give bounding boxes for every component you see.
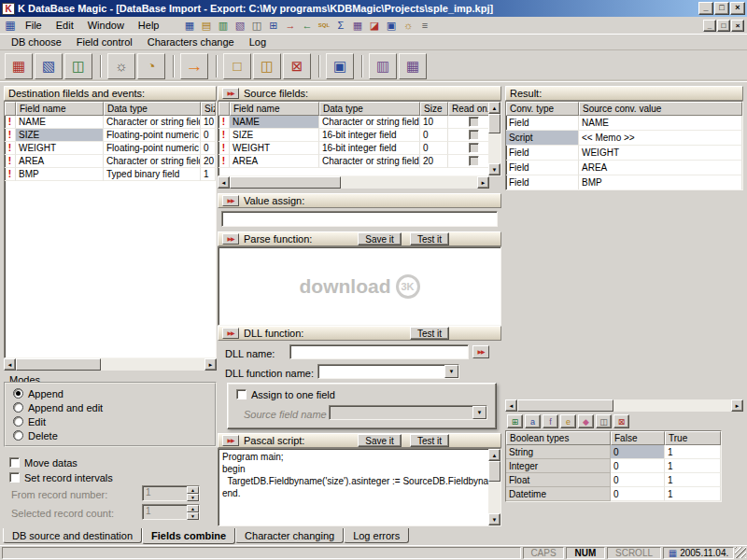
scroll-left-icon[interactable]: ◄ <box>505 399 517 412</box>
db-source-icon[interactable]: ▧ <box>35 53 63 79</box>
table-row[interactable]: String 0 1 <box>506 445 721 459</box>
pascal-test-button[interactable]: Test it <box>410 434 449 447</box>
run-arrow-icon[interactable]: → <box>180 53 208 79</box>
read-only-checkbox[interactable] <box>469 130 479 140</box>
table-row[interactable]: Field AREA <box>506 161 742 175</box>
pascal-vertical-scrollbar[interactable]: ▲ ▼ <box>488 449 500 525</box>
destination-grid[interactable]: Field name Data type Size ! NAME Charact… <box>4 101 217 358</box>
sql-icon[interactable]: SQL <box>316 19 331 33</box>
restore-button[interactable]: □ <box>714 2 729 15</box>
table-row[interactable]: ! AREA Character or string field 20 <box>218 155 500 168</box>
scrollbar-thumb[interactable] <box>488 114 500 133</box>
print-icon[interactable]: ⊞ <box>265 19 281 33</box>
scroll-up-icon[interactable]: ▲ <box>488 102 500 114</box>
tab-log-errors[interactable]: Log errors <box>344 528 409 543</box>
expand-dll-icon[interactable]: ▶▶ <box>222 328 239 339</box>
text-field-icon[interactable]: a <box>525 414 541 428</box>
spin-down-icon[interactable]: ▼ <box>187 494 199 501</box>
read-only-checkbox[interactable] <box>469 143 479 153</box>
read-only-checkbox[interactable] <box>469 156 479 166</box>
doc-open-icon[interactable]: ◫ <box>253 53 281 79</box>
mdi-close-button[interactable]: × <box>731 20 744 32</box>
scrollbar-thumb[interactable] <box>517 399 613 412</box>
table-row[interactable]: ! AREA Character or string field 20 <box>5 155 216 168</box>
close-button[interactable]: × <box>730 2 745 15</box>
table-row[interactable]: Float 0 1 <box>506 473 721 487</box>
field-tools-icon[interactable]: ☼ <box>107 53 135 79</box>
table-row[interactable]: Datetime 0 1 <box>506 487 721 501</box>
timer-icon[interactable]: ◔ <box>137 53 165 79</box>
tools-icon[interactable]: ☼ <box>400 19 416 33</box>
expression-field-icon[interactable]: e <box>560 414 576 428</box>
parse-function-memo[interactable]: download 3K <box>218 246 501 326</box>
window-grid-icon[interactable]: ▦ <box>399 53 427 79</box>
parse-save-button[interactable]: Save it <box>358 232 402 245</box>
checkbox-set-record-intervals[interactable]: Set record intervals <box>9 471 113 483</box>
import-icon[interactable]: ← <box>299 19 315 33</box>
table-row[interactable]: ! BMP Typed binary field 1 <box>5 168 216 181</box>
db-link-icon[interactable]: ◫ <box>64 53 92 79</box>
spin-up-icon[interactable]: ▲ <box>187 486 199 494</box>
copy-icon[interactable]: ◫ <box>596 414 612 428</box>
scroll-down-icon[interactable]: ▼ <box>488 163 500 175</box>
radio-edit[interactable]: Edit <box>13 415 46 427</box>
menu-field-control[interactable]: Field control <box>70 35 139 49</box>
table-row[interactable]: Script << Memo >> <box>506 131 742 146</box>
table-row[interactable]: Integer 0 1 <box>506 459 721 473</box>
table-row[interactable]: ! NAME Character or string field 10 <box>5 116 216 129</box>
selected-record-count-spinner[interactable]: 1 ▲ ▼ <box>142 504 200 520</box>
pascal-save-button[interactable]: Save it <box>358 434 402 447</box>
parse-test-button[interactable]: Test it <box>410 232 449 245</box>
boolean-types-grid[interactable]: Boolean types False True String 0 1 Inte… <box>505 430 722 502</box>
table-row[interactable]: Field WEIGHT <box>506 146 742 161</box>
scroll-up-icon[interactable]: ▲ <box>488 449 500 461</box>
dll-name-input[interactable] <box>289 344 469 359</box>
menu-help[interactable]: Help <box>132 18 166 33</box>
checkbox-move-datas[interactable]: Move datas <box>9 456 78 469</box>
add-row-icon[interactable]: ⊞ <box>507 414 523 428</box>
expand-value-assign-icon[interactable]: ▶▶ <box>222 195 239 206</box>
menu-edit[interactable]: Edit <box>49 18 80 33</box>
from-record-spinner[interactable]: 1 ▲ ▼ <box>142 485 200 501</box>
radio-append-and-edit[interactable]: Append and edit <box>13 401 103 413</box>
expand-source-icon[interactable]: ▶▶ <box>222 88 239 99</box>
scroll-right-icon[interactable]: ► <box>731 399 743 412</box>
doc-new-icon[interactable]: □ <box>223 53 251 79</box>
combo-dropdown-icon[interactable]: ▼ <box>444 365 458 378</box>
books-icon[interactable]: ◪ <box>366 19 382 33</box>
result-grid[interactable]: Conv. type Source conv. value Field NAME… <box>505 101 743 190</box>
pascal-script-editor[interactable]: Program main; begin TargetDB.Fieldbyname… <box>218 448 501 526</box>
value-assign-input[interactable] <box>221 211 498 227</box>
mdi-child-icon[interactable]: ▦ <box>3 19 18 32</box>
source-field-name-combo[interactable]: ▼ <box>329 405 487 420</box>
menu-window[interactable]: Window <box>81 18 131 33</box>
scrollbar-thumb[interactable] <box>230 176 341 189</box>
table-edit-icon[interactable]: ▥ <box>215 19 231 33</box>
radio-append[interactable]: Append <box>13 387 63 399</box>
result-horizontal-scrollbar[interactable]: ◄ ► <box>505 399 743 412</box>
table-open-icon[interactable]: ▤ <box>198 19 214 33</box>
delete-row-icon[interactable]: ⊠ <box>613 414 629 428</box>
source-horizontal-scrollbar[interactable]: ◄ ► <box>218 176 489 189</box>
menu-file[interactable]: File <box>19 18 49 33</box>
scrollbar-thumb[interactable] <box>488 461 500 482</box>
tab-character-changing[interactable]: Character changing <box>235 528 344 543</box>
mdi-minimize-button[interactable]: _ <box>703 20 716 32</box>
resize-grip[interactable] <box>735 547 746 558</box>
table-row[interactable]: ! WEIGHT 16-bit integer field 0 <box>218 142 500 155</box>
query-icon[interactable]: ▧ <box>232 19 247 33</box>
menu-characters-change[interactable]: Characters change <box>141 35 241 49</box>
title-bar[interactable]: K K DataBase Magic - [DataBase Import - … <box>0 0 747 17</box>
source-vertical-scrollbar[interactable]: ▲ ▼ <box>488 102 500 175</box>
table-row[interactable]: ! SIZE 16-bit integer field 0 <box>218 129 500 142</box>
diamond-icon[interactable]: ◆ <box>578 414 594 428</box>
minimize-button[interactable]: _ <box>698 2 713 15</box>
window-tile-icon[interactable]: ▥ <box>369 53 397 79</box>
scroll-right-icon[interactable]: ► <box>204 358 217 371</box>
expand-parse-icon[interactable]: ▶▶ <box>222 233 239 245</box>
menu-log[interactable]: Log <box>243 35 273 49</box>
window-icon[interactable]: ▣ <box>383 19 399 33</box>
tab-fields-combine[interactable]: Fields combine <box>142 528 235 544</box>
dll-function-name-combo[interactable]: ▼ <box>317 364 459 379</box>
list-icon[interactable]: ≡ <box>416 19 432 33</box>
